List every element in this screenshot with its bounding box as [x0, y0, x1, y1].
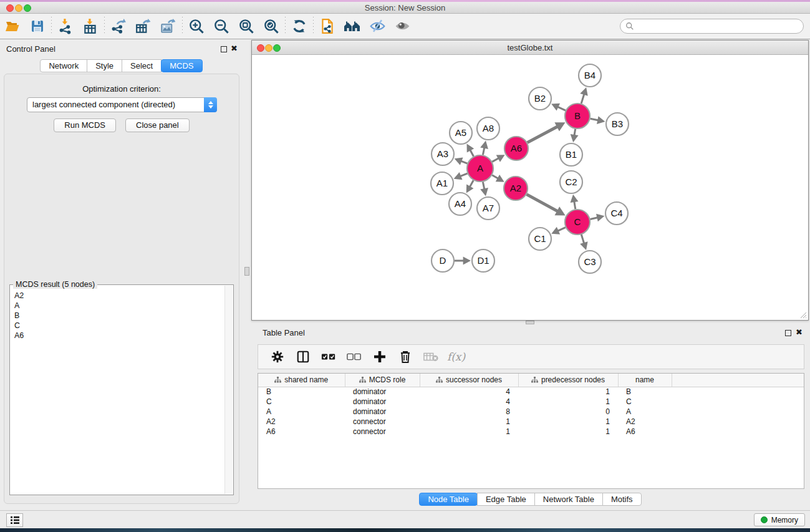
- table-row[interactable]: Adominator80A: [258, 407, 804, 417]
- float-panel-icon[interactable]: [221, 46, 227, 52]
- memory-button[interactable]: Memory: [754, 513, 805, 526]
- mcds-result-item[interactable]: A: [14, 301, 224, 311]
- table-cell[interactable]: 1: [518, 427, 618, 437]
- table-cell[interactable]: A2: [258, 417, 345, 427]
- edge-arrowhead: [480, 141, 488, 149]
- table-cell[interactable]: B: [258, 387, 345, 397]
- mcds-result-scrollbar[interactable]: [224, 286, 233, 494]
- toolbar-separator: [285, 17, 286, 36]
- table-cell[interactable]: 1: [518, 417, 618, 427]
- function-builder-icon[interactable]: f(x): [445, 347, 468, 367]
- delete-table-icon[interactable]: [419, 347, 442, 367]
- network-graph[interactable]: B4B2BB3A5A8A6B1A3AA1C2A2A4A7C4CC1C3DD1: [252, 55, 808, 320]
- table-cell[interactable]: dominator: [345, 407, 420, 417]
- edge-A6-B[interactable]: [528, 126, 559, 143]
- table-cell[interactable]: connector: [345, 427, 420, 437]
- optimization-criterion-select[interactable]: largest connected component (directed): [27, 97, 217, 112]
- export-table-icon[interactable]: [131, 16, 156, 37]
- task-history-button[interactable]: [6, 513, 23, 527]
- tab-motifs[interactable]: Motifs: [602, 493, 642, 506]
- table-cell[interactable]: dominator: [345, 387, 420, 397]
- export-image-icon[interactable]: [156, 16, 181, 37]
- export-network-icon[interactable]: [106, 16, 131, 37]
- table-cell[interactable]: C: [618, 397, 672, 407]
- clone-network-icon[interactable]: [315, 16, 340, 37]
- home-icon[interactable]: [340, 16, 365, 37]
- column-header-predecessor-nodes[interactable]: predecessor nodes: [518, 374, 618, 387]
- close-panel-icon[interactable]: ✖: [796, 327, 803, 337]
- tab-node-table[interactable]: Node Table: [419, 493, 478, 506]
- close-panel-icon[interactable]: ✖: [231, 44, 238, 53]
- mcds-result-item[interactable]: A6: [14, 331, 224, 341]
- select-stepper-icon: [204, 97, 217, 112]
- import-table-icon[interactable]: [78, 16, 103, 37]
- zoom-in-icon[interactable]: [184, 16, 209, 37]
- edge-A2-C[interactable]: [527, 195, 559, 213]
- table-cell[interactable]: A: [618, 407, 672, 417]
- zoom-selected-icon[interactable]: [259, 16, 284, 37]
- table-row[interactable]: A6connector11A6: [258, 427, 804, 437]
- tab-edge-table[interactable]: Edge Table: [477, 493, 535, 506]
- table-row[interactable]: Cdominator41C: [258, 397, 804, 407]
- table-cell[interactable]: 8: [420, 407, 518, 417]
- hide-panel-icon[interactable]: [365, 16, 390, 37]
- search-input[interactable]: [634, 21, 803, 32]
- table-cell[interactable]: 1: [420, 417, 518, 427]
- tab-select[interactable]: Select: [122, 59, 162, 72]
- table-cell[interactable]: 1: [518, 387, 618, 397]
- column-header-shared-name[interactable]: shared name: [258, 374, 345, 387]
- close-panel-button[interactable]: Close panel: [125, 118, 190, 132]
- shared-column-icon: [436, 376, 443, 385]
- shared-column-icon: [274, 376, 281, 385]
- zoom-fit-icon[interactable]: [234, 16, 259, 37]
- toolbar-separator: [104, 17, 105, 36]
- column-header-MCDS-role[interactable]: MCDS role: [345, 374, 420, 387]
- table-cell[interactable]: 1: [518, 397, 618, 407]
- tab-network-table[interactable]: Network Table: [534, 493, 603, 506]
- resize-grip-icon[interactable]: [798, 310, 807, 319]
- show-panel-icon[interactable]: [390, 16, 415, 37]
- tab-network[interactable]: Network: [40, 59, 87, 72]
- column-header-name[interactable]: name: [618, 374, 672, 387]
- table-settings-gear-icon[interactable]: [266, 347, 289, 367]
- table-cell[interactable]: 4: [420, 397, 518, 407]
- table-cell[interactable]: A: [258, 407, 345, 417]
- add-column-icon[interactable]: [368, 347, 391, 367]
- table-cell[interactable]: A2: [618, 417, 672, 427]
- table-cell[interactable]: 0: [518, 407, 618, 417]
- column-header-successor-nodes[interactable]: successor nodes: [420, 374, 518, 387]
- tab-mcds[interactable]: MCDS: [161, 59, 202, 72]
- table-cell[interactable]: A6: [258, 427, 345, 437]
- table-cell[interactable]: B: [618, 387, 672, 397]
- split-columns-icon[interactable]: [291, 347, 314, 367]
- save-session-icon[interactable]: [25, 16, 50, 37]
- select-all-columns-icon[interactable]: [317, 347, 340, 367]
- vertical-split-handle[interactable]: [244, 267, 249, 276]
- network-canvas[interactable]: B4B2BB3A5A8A6B1A3AA1C2A2A4A7C4CC1C3DD1: [252, 55, 808, 320]
- table-cell[interactable]: 4: [420, 387, 518, 397]
- mcds-result-item[interactable]: B: [14, 311, 224, 321]
- tab-style[interactable]: Style: [87, 59, 122, 72]
- network-window-titlebar[interactable]: testGlobe.txt: [252, 41, 808, 55]
- toolbar-search: [620, 19, 804, 34]
- delete-column-trash-icon[interactable]: [393, 347, 417, 367]
- refresh-icon[interactable]: [287, 16, 312, 37]
- zoom-out-icon[interactable]: [209, 16, 234, 37]
- table-row[interactable]: A2connector11A2: [258, 417, 804, 427]
- table-cell[interactable]: A6: [618, 427, 672, 437]
- mcds-result-item[interactable]: A2: [14, 291, 224, 301]
- table-cell[interactable]: C: [258, 397, 345, 407]
- deselect-all-columns-icon[interactable]: [342, 347, 365, 367]
- table-cell[interactable]: connector: [345, 417, 420, 427]
- node-table[interactable]: shared nameMCDS rolesuccessor nodesprede…: [258, 374, 804, 437]
- import-network-icon[interactable]: [53, 16, 78, 37]
- run-mcds-button[interactable]: Run MCDS: [54, 118, 116, 132]
- list-icon: [10, 516, 20, 525]
- float-panel-icon[interactable]: [785, 330, 791, 336]
- open-file-icon[interactable]: [0, 16, 25, 37]
- mcds-result-item[interactable]: C: [14, 321, 224, 331]
- table-cell[interactable]: dominator: [345, 397, 420, 407]
- table-row[interactable]: Bdominator41B: [258, 387, 804, 397]
- table-cell[interactable]: 1: [420, 427, 518, 437]
- mcds-result-list[interactable]: A2ABCA6: [11, 286, 224, 494]
